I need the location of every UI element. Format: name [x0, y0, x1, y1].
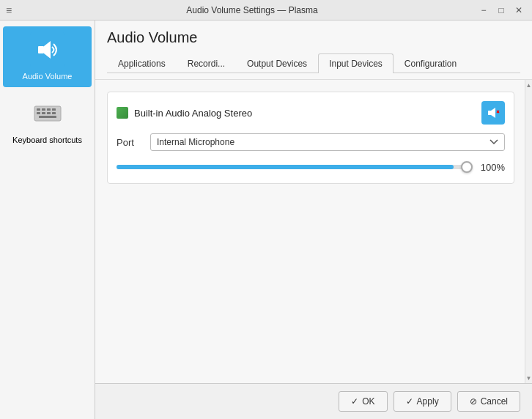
- tab-recording[interactable]: Recordi...: [177, 53, 236, 73]
- speaker-icon-wrapper: [30, 32, 65, 67]
- sidebar-item-audio-volume[interactable]: Audio Volume: [3, 26, 92, 87]
- device-header: Built-in Audio Analog Stereo: [117, 101, 505, 125]
- sidebar-item-audio-volume-label: Audio Volume: [23, 72, 73, 81]
- content-header: Audio Volume Applications Recordi... Out…: [95, 21, 532, 80]
- scrollbar-thumb[interactable]: [526, 90, 532, 373]
- volume-slider-container: [117, 160, 471, 174]
- volume-track: [117, 165, 471, 169]
- footer: ✓ OK ✓ Apply ⊘ Cancel: [95, 383, 532, 419]
- ok-button[interactable]: ✓ OK: [339, 391, 387, 412]
- main-container: Audio Volume: [0, 21, 532, 419]
- tab-configuration[interactable]: Configuration: [394, 53, 468, 73]
- keyboard-icon: [30, 96, 65, 131]
- tab-output-devices[interactable]: Output Devices: [236, 53, 318, 73]
- sidebar: Audio Volume: [0, 21, 95, 419]
- svg-rect-7: [47, 108, 51, 111]
- scrollbar-track: ▲ ▼: [525, 80, 532, 383]
- svg-rect-9: [37, 112, 40, 114]
- ok-icon: ✓: [351, 396, 358, 407]
- svg-rect-8: [52, 108, 56, 111]
- port-row: Port Internal Microphone Line In: [117, 133, 505, 151]
- sidebar-item-keyboard-shortcuts-label: Keyboard shortcuts: [12, 136, 82, 145]
- port-label: Port: [117, 137, 143, 148]
- port-select[interactable]: Internal Microphone Line In: [150, 133, 505, 151]
- svg-marker-15: [491, 108, 495, 118]
- page-title: Audio Volume: [107, 29, 520, 46]
- content-scroll-area: Built-in Audio Analog Stereo: [95, 80, 532, 383]
- sidebar-item-keyboard-shortcuts[interactable]: Keyboard shortcuts: [3, 90, 92, 151]
- scroll-down-button[interactable]: ▼: [525, 373, 533, 383]
- tabs: Applications Recordi... Output Devices I…: [107, 53, 520, 73]
- cancel-button[interactable]: ⊘ Cancel: [457, 391, 520, 412]
- minimize-button[interactable]: −: [476, 3, 491, 18]
- cancel-icon: ⊘: [470, 396, 477, 407]
- svg-rect-5: [37, 108, 40, 111]
- svg-rect-14: [488, 111, 491, 115]
- titlebar-menu: ≡: [6, 4, 28, 16]
- speaker-icon: [30, 32, 65, 67]
- keyboard-icon-wrapper: [30, 96, 65, 131]
- svg-rect-10: [42, 112, 45, 114]
- cancel-label: Cancel: [481, 396, 508, 407]
- close-button[interactable]: ✕: [511, 3, 526, 18]
- svg-rect-6: [42, 108, 45, 111]
- apply-button[interactable]: ✓ Apply: [394, 391, 451, 412]
- svg-rect-1: [38, 46, 44, 53]
- ok-label: OK: [362, 396, 374, 407]
- maximize-button[interactable]: □: [494, 3, 509, 18]
- volume-thumb[interactable]: [461, 161, 473, 173]
- device-status-indicator: [117, 107, 128, 119]
- apply-label: Apply: [417, 396, 439, 407]
- device-name-row: Built-in Audio Analog Stereo: [117, 107, 252, 119]
- volume-fill: [117, 165, 454, 169]
- titlebar: ≡ Audio Volume Settings — Plasma − □ ✕: [0, 0, 532, 21]
- titlebar-controls: − □ ✕: [476, 3, 526, 18]
- mute-button[interactable]: [481, 101, 505, 125]
- device-section: Built-in Audio Analog Stereo: [107, 92, 514, 184]
- apply-icon: ✓: [406, 396, 413, 407]
- volume-row: 100%: [117, 160, 505, 174]
- device-name: Built-in Audio Analog Stereo: [134, 108, 252, 119]
- volume-value: 100%: [479, 162, 505, 173]
- content-body: Built-in Audio Analog Stereo: [95, 80, 532, 196]
- scroll-up-button[interactable]: ▲: [525, 80, 533, 90]
- svg-rect-13: [39, 116, 56, 118]
- content-area: Audio Volume Applications Recordi... Out…: [95, 21, 532, 419]
- svg-rect-12: [52, 112, 56, 114]
- titlebar-title: Audio Volume Settings — Plasma: [28, 5, 476, 15]
- tab-input-devices[interactable]: Input Devices: [318, 53, 394, 73]
- tab-applications[interactable]: Applications: [107, 53, 177, 73]
- mute-icon: [487, 106, 500, 119]
- svg-rect-11: [47, 112, 51, 114]
